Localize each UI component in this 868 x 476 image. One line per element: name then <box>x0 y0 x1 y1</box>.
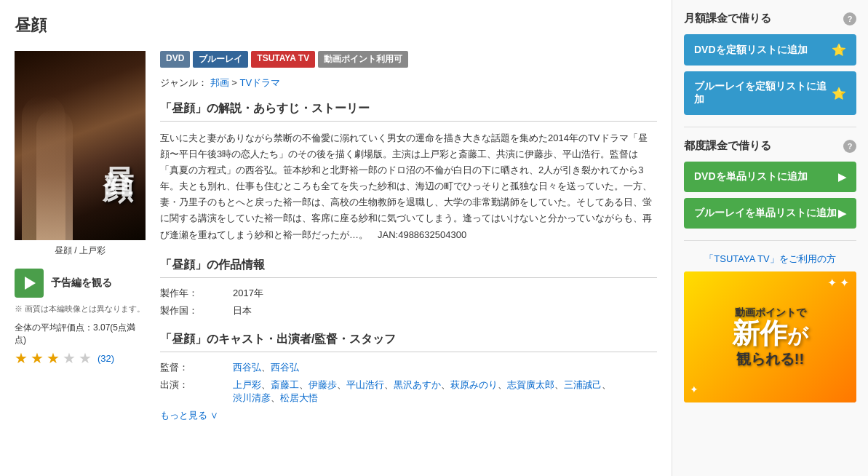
genre-cat2[interactable]: TVドラマ <box>239 77 280 88</box>
add-dvd-monthly-button[interactable]: DVDを定額リストに追加 ⭐ <box>684 34 856 66</box>
info-country-label: 製作国： <box>160 304 233 317</box>
genre-row: ジャンル： 邦画 > TVドラマ <box>160 76 657 90</box>
add-bluray-per-button[interactable]: ブルーレイを単品リストに追加 ▶ <box>684 198 856 229</box>
ad-top-text: 動画ポイントで <box>732 306 808 319</box>
add-dvd-monthly-label: DVDを定額リストに追加 <box>694 44 808 57</box>
arrow-icon-bluray-per: ▶ <box>838 207 846 219</box>
ad-main-text: 新作が <box>732 319 808 349</box>
star-1: ★ <box>15 349 28 367</box>
add-dvd-per-label: DVDを単品リストに追加 <box>694 170 808 183</box>
movie-subtitle: 昼顔 / 上戸彩 <box>15 245 146 257</box>
genre-prefix: ジャンル： <box>160 77 207 88</box>
cast-link-3[interactable]: 伊藤歩 <box>308 379 337 390</box>
movie-cover-column: DVD 昼顔 昼顔 / 上戸彩 予告編を観る ※ 画質は本編映像とは異なります。… <box>15 51 146 434</box>
cast-title: 「昼顔」のキャスト・出演者/監督・スタッフ <box>160 332 657 352</box>
genre-cat1[interactable]: 邦画 <box>210 77 229 88</box>
cast-director-label: 監督： <box>160 361 233 374</box>
synopsis-section: 「昼顔」の解説・あらすじ・ストーリー 互いに夫と妻がありながら禁断の不倫愛に溺れ… <box>160 101 657 243</box>
cast-director-row: 監督： 西谷弘、西谷弘 <box>160 361 657 374</box>
work-info-title: 「昼顔」の作品情報 <box>160 258 657 278</box>
tag-bluray: ブルーレイ <box>193 51 248 68</box>
cast-link-5[interactable]: 黒沢あすか <box>394 379 441 390</box>
cast-link-7[interactable]: 志賀廣太郎 <box>507 379 554 390</box>
synopsis-text: 互いに夫と妻がありながら禁断の不倫愛に溺れていく男女の運命を描き大きな話題を集め… <box>160 130 657 243</box>
rating-label: 全体の平均評価点：3.07(5点満点) <box>15 322 146 346</box>
director-link-1[interactable]: 西谷弘 <box>233 362 261 373</box>
page-title: 昼顔 <box>15 15 657 36</box>
review-count[interactable]: (32) <box>97 353 114 364</box>
cast-link-8[interactable]: 三浦誠己 <box>564 379 602 390</box>
genre-separator: > <box>231 77 239 88</box>
sidebar-divider-2 <box>684 240 856 241</box>
star-icon-bluray-monthly: ⭐ <box>832 87 846 100</box>
per-rental-title: 都度課金で借りる ? <box>684 139 856 153</box>
add-bluray-monthly-label: ブルーレイを定額リストに追加 <box>694 80 832 106</box>
add-bluray-monthly-button[interactable]: ブルーレイを定額リストに追加 ⭐ <box>684 71 856 115</box>
monthly-rental-title: 月額課金で借りる ? <box>684 12 856 25</box>
star-2: ★ <box>31 349 44 367</box>
cast-actors-value: 上戸彩、斎藤工、伊藤歩、平山浩行、黒沢あすか、萩原みのり、志賀廣太郎、三浦誠己、… <box>233 378 611 405</box>
director-link-2[interactable]: 西谷弘 <box>271 362 299 373</box>
info-year-label: 製作年： <box>160 287 233 300</box>
star-5: ★ <box>79 349 92 367</box>
detail-area: DVD ブルーレイ TSUTAYA TV 動画ポイント利用可 ジャンル： 邦画 … <box>160 51 657 434</box>
info-year-value: 2017年 <box>233 287 263 300</box>
tsutaya-tv-title[interactable]: 「TSUTAYA TV」をご利用の方 <box>684 253 856 266</box>
monthly-help-icon[interactable]: ? <box>843 12 856 25</box>
tsutaya-tv-section: 「TSUTAYA TV」をご利用の方 ✦ ✦ ✦ 動画ポイントで 新作が 観られ… <box>684 253 856 402</box>
cast-actors-row: 出演： 上戸彩、斎藤工、伊藤歩、平山浩行、黒沢あすか、萩原みのり、志賀廣太郎、三… <box>160 378 657 405</box>
more-cast-link[interactable]: もっと見る ∨ <box>160 409 657 422</box>
cast-director-value: 西谷弘、西谷弘 <box>233 361 299 374</box>
sidebar: 月額課金で借りる ? DVDを定額リストに追加 ⭐ ブルーレイを定額リストに追加… <box>672 0 868 476</box>
monthly-rental-label: 月額課金で借りる <box>684 12 771 25</box>
cast-link-2[interactable]: 斎藤工 <box>271 379 299 390</box>
movie-cover-image: DVD 昼顔 <box>15 51 146 240</box>
ad-bottom-text: 観られる!! <box>732 349 808 368</box>
info-country-value: 日本 <box>233 304 252 317</box>
play-preview-button[interactable] <box>15 269 44 298</box>
sidebar-divider-1 <box>684 127 856 127</box>
per-help-icon[interactable]: ? <box>843 140 856 153</box>
cast-link-9[interactable]: 渋川清彦 <box>233 392 271 403</box>
cast-link-10[interactable]: 松居大悟 <box>280 392 318 403</box>
star-3: ★ <box>47 349 60 367</box>
ad-banner: ✦ ✦ ✦ 動画ポイントで 新作が 観られる!! <box>684 271 856 402</box>
synopsis-title: 「昼顔」の解説・あらすじ・ストーリー <box>160 101 657 122</box>
tag-row: DVD ブルーレイ TSUTAYA TV 動画ポイント利用可 <box>160 51 657 68</box>
cast-actors-label: 出演： <box>160 378 233 405</box>
info-country-row: 製作国： 日本 <box>160 304 657 317</box>
cast-link-1[interactable]: 上戸彩 <box>233 379 261 390</box>
cast-section: 「昼顔」のキャスト・出演者/監督・スタッフ 監督： 西谷弘、西谷弘 出演： 上戸… <box>160 332 657 422</box>
cover-title-text: 昼顔 <box>97 143 138 148</box>
cast-link-4[interactable]: 平山浩行 <box>346 379 384 390</box>
preview-label[interactable]: 予告編を観る <box>51 277 112 290</box>
preview-notice: ※ 画質は本編映像とは異なります。 <box>15 304 146 314</box>
star-4: ★ <box>63 349 76 367</box>
star-icon-dvd-monthly: ⭐ <box>832 43 846 57</box>
info-year-row: 製作年： 2017年 <box>160 287 657 300</box>
star-rating: ★ ★ ★ ★ ★ (32) <box>15 349 146 367</box>
arrow-icon-dvd-per: ▶ <box>838 171 846 183</box>
add-dvd-per-button[interactable]: DVDを単品リストに追加 ▶ <box>684 162 856 192</box>
tag-tsutaya: TSUTAYA TV <box>251 51 315 68</box>
cast-link-6[interactable]: 萩原みのり <box>450 379 498 390</box>
work-info-section: 「昼顔」の作品情報 製作年： 2017年 製作国： 日本 <box>160 258 657 317</box>
per-rental-label: 都度課金で借りる <box>684 139 771 153</box>
tag-dvd: DVD <box>160 51 190 68</box>
add-bluray-per-label: ブルーレイを単品リストに追加 <box>694 207 837 220</box>
tag-points: 動画ポイント利用可 <box>318 51 408 68</box>
